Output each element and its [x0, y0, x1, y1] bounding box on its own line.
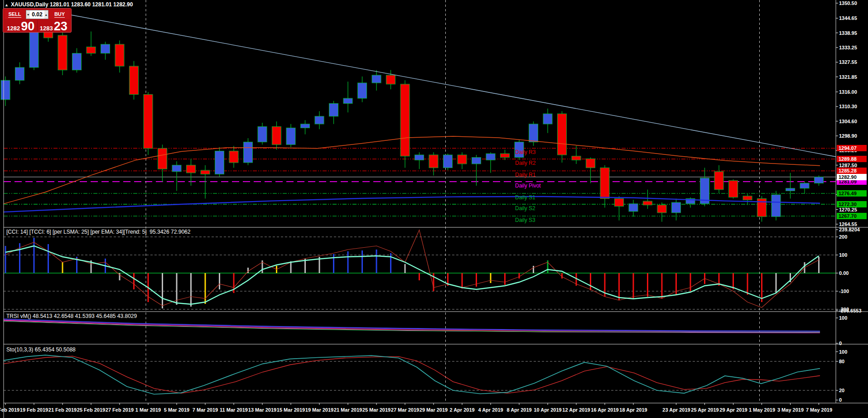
date-label: 11 Mar 2019 [220, 407, 248, 413]
candle-body [329, 103, 338, 116]
date-label: 21 Feb 2019 [48, 407, 77, 413]
pivot-label-daily-pivot: Daily Pivot [515, 183, 541, 189]
one-click-trading-panel: SELL ▼ ▲ BUY 1282 90 1283 23 [3, 8, 72, 33]
price-axis-label: 1350.50 [839, 0, 857, 6]
cci-indicator-label: [CCI: 14] [TCCI: 6] [per LSMA: 25] [per … [6, 229, 190, 235]
date-label: 16 Apr 2019 [591, 407, 618, 413]
date-label: 2 Apr 2019 [449, 407, 474, 413]
volume-decrease-button[interactable]: ▼ [26, 10, 30, 19]
candle-body [501, 154, 510, 158]
descending-trendline [59, 13, 836, 157]
cci-axis-label: -100 [839, 288, 849, 294]
candle-body [301, 124, 310, 128]
candle-body [400, 84, 410, 156]
candle-body [215, 151, 224, 174]
pivot-label-daily-r3: Daily R3 [515, 149, 535, 155]
sto-axis-label: 80 [839, 358, 844, 365]
candle-body [158, 149, 167, 169]
ma-fast-line [4, 136, 820, 204]
candle-body [543, 114, 552, 124]
date-label: 1 Mar 2019 [135, 407, 161, 413]
chart-expand-icon[interactable]: ▲ [5, 3, 9, 7]
trsi-axis-label: 0 [839, 340, 842, 346]
candle-body [743, 196, 752, 200]
candle-body [343, 98, 352, 103]
sto-axis-label: 100 [839, 349, 847, 355]
candle-body [130, 66, 139, 94]
trading-terminal-window: Daily R3Daily R2Daily R1Daily PivotDaily… [0, 0, 868, 418]
candle-body [258, 127, 267, 142]
chart-title: ▲XAUUSD,Daily 1281.01 1283.60 1281.01 12… [5, 1, 133, 8]
candle-body [101, 44, 110, 53]
sto-indicator-label: Sto(10,3,3) 65.4354 50.5088 [6, 346, 76, 353]
date-label: 7 Mar 2019 [193, 407, 218, 413]
candle-body [786, 188, 795, 191]
date-label: 19 Mar 2019 [305, 407, 333, 413]
date-label: 27 Feb 2019 [106, 407, 134, 413]
buy-button[interactable]: BUY [49, 10, 70, 19]
price-axis-label: 1321.85 [839, 74, 857, 80]
date-label: 1 May 2019 [749, 407, 775, 413]
pivot-label-daily-s1: Daily S1 [515, 194, 535, 201]
pivot-label-daily-s3: Daily S3 [515, 217, 535, 223]
candle-body [144, 95, 153, 149]
tcci-line [5, 246, 819, 304]
level-price-badge: 1285.28 [837, 168, 867, 174]
candle-body [643, 201, 652, 205]
candle-body [244, 142, 253, 163]
date-label: 5 Mar 2019 [164, 407, 189, 413]
date-label: 18 Apr 2019 [619, 407, 647, 413]
level-price-badge: 1272.30 [837, 201, 867, 207]
candle-body [87, 47, 96, 53]
candle-body [458, 155, 467, 164]
candle-body [800, 183, 809, 188]
price-axis-label: 1338.95 [839, 30, 857, 36]
price-axis-label: 1270.25 [839, 207, 857, 213]
level-price-badge: 1276.49 [837, 190, 867, 197]
sell-price[interactable]: 1282 90 [5, 20, 37, 31]
candle-body [29, 29, 39, 67]
date-label: 21 Mar 2019 [334, 407, 362, 413]
ma-slow-line [4, 197, 820, 212]
cci-line [5, 230, 819, 307]
date-label: 29 Apr 2019 [719, 407, 747, 413]
buy-price[interactable]: 1283 23 [38, 20, 70, 31]
trsi-axis-label: 100 [839, 315, 847, 321]
candle-body [472, 158, 481, 164]
date-label: 23 Apr 2019 [662, 407, 690, 413]
candle-body [372, 75, 381, 83]
candle-body [1, 80, 10, 100]
sell-button[interactable]: SELL [5, 10, 25, 19]
candle-body [558, 114, 567, 155]
volume-increase-button[interactable]: ▲ [44, 10, 48, 19]
price-axis-label: 1304.60 [839, 118, 857, 125]
date-label: 15 Mar 2019 [277, 407, 305, 413]
candle-body [600, 168, 609, 198]
cci-axis-label: 100 [839, 252, 847, 258]
candle-body [415, 155, 424, 160]
sto-axis-label: 20 [839, 387, 844, 394]
candle-body [486, 154, 495, 160]
price-axis-label: 1310.30 [839, 103, 857, 110]
volume-input[interactable] [30, 10, 44, 19]
candle-body [15, 67, 24, 80]
candle-body [286, 128, 295, 144]
buy-price-pips: 23 [54, 20, 68, 32]
level-price-badge: 1267.70 [837, 213, 867, 219]
cci-axis-label: -206.6553 [839, 307, 862, 314]
trsi-indicator-label: TRSI vM() 48.5413 42.6548 41.5393 45.648… [6, 313, 137, 319]
price-axis-label: 1316.00 [839, 89, 857, 95]
date-label: 8 Apr 2019 [506, 407, 531, 413]
price-axis-label: 1344.65 [839, 15, 857, 21]
cci-axis-label: 239.8204 [839, 226, 860, 233]
candle-body [615, 199, 624, 207]
date-label: 4 Apr 2019 [478, 407, 503, 413]
date-label: 25 Apr 2019 [691, 407, 719, 413]
candle-body [187, 165, 196, 173]
sell-price-main: 1282 [7, 25, 20, 32]
level-price-badge: 1289.88 [837, 156, 867, 162]
candle-body [386, 75, 395, 84]
cci-axis-label: 200 [839, 234, 847, 240]
main-chart-canvas[interactable] [0, 0, 868, 418]
level-price-badge: 1294.07 [837, 145, 867, 151]
